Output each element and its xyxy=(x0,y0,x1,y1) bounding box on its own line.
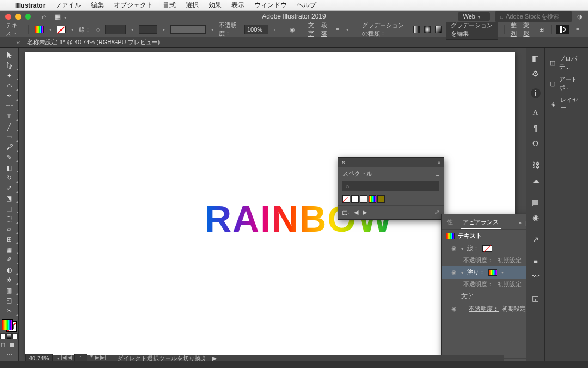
swatch-search[interactable]: ⌕ xyxy=(342,181,439,191)
expand-caret-icon[interactable]: ▾ xyxy=(461,270,464,275)
eyedropper-tool[interactable]: ✐ xyxy=(0,255,19,265)
appearance-bottom-opacity-row[interactable]: ◉ 不透明度： 初期設定 xyxy=(442,303,526,315)
swatches-panel-icon[interactable]: ▦ xyxy=(528,195,543,209)
menu-window[interactable]: ウィンドウ xyxy=(254,1,287,10)
status-next-icon[interactable]: ▶ xyxy=(212,355,217,362)
edit-toolbar[interactable]: ⋯ xyxy=(0,349,19,359)
edit-gradient-button[interactable]: グラデーションを編集 xyxy=(446,19,498,40)
stroke-opacity-row[interactable]: 不透明度： 初期設定 xyxy=(442,255,526,266)
color-mode-none[interactable] xyxy=(12,333,18,339)
stroke-weight-input[interactable] xyxy=(105,25,126,34)
swatch-none[interactable] xyxy=(342,195,350,203)
menu-file[interactable]: ファイル xyxy=(55,1,81,10)
width-tool[interactable]: ⬔ xyxy=(0,194,19,204)
menu-object[interactable]: オブジェクト xyxy=(114,1,153,10)
visibility-icon[interactable]: ◉ xyxy=(451,269,458,276)
gear-icon[interactable]: ⚙ xyxy=(528,67,543,81)
fill-swatch[interactable] xyxy=(35,26,44,33)
asset-export-icon[interactable]: ◲ xyxy=(528,291,543,305)
shaper-tool[interactable]: ✎ xyxy=(0,153,19,163)
hidden-tab[interactable]: 性 xyxy=(445,216,455,229)
artboard-tool[interactable]: ◰ xyxy=(0,295,19,306)
opacity-caret[interactable]: › xyxy=(273,27,277,32)
duplicate-icon[interactable]: ⎘ xyxy=(518,361,522,361)
swatch-library-icon[interactable]: 🕮. xyxy=(342,209,350,215)
transform-panel-link[interactable]: 変形 xyxy=(523,21,532,38)
fill-opacity-row[interactable]: 不透明度： 初期設定 xyxy=(442,279,526,290)
swatch-next-icon[interactable]: ▶ xyxy=(363,209,367,216)
stroke-weight-caret[interactable]: ◇ xyxy=(95,27,101,32)
workspace-switcher[interactable]: Web ▾ xyxy=(458,12,490,21)
fill-color[interactable] xyxy=(2,319,13,330)
opacity-input[interactable] xyxy=(244,25,268,34)
isolate-icon[interactable]: ⊞ xyxy=(536,25,546,34)
symbols-panel-icon[interactable]: ↗ xyxy=(528,232,543,246)
expand-caret-icon[interactable]: ▾ xyxy=(461,246,464,251)
arrange-documents-button[interactable]: ▦ ▾ xyxy=(54,13,68,21)
panel-close-icon[interactable]: ✕ xyxy=(341,160,346,165)
swatch-white[interactable] xyxy=(360,195,367,203)
artboard-panel-item[interactable]: ▢ アートボ... xyxy=(545,73,588,94)
app-menu[interactable]: Illustrator xyxy=(15,2,45,9)
zoom-level[interactable]: 40.74% xyxy=(25,354,53,361)
artboard-next-icon[interactable]: ▶ xyxy=(95,354,99,361)
direct-selection-tool[interactable] xyxy=(0,61,19,71)
color-guide-icon[interactable]: ◉ xyxy=(528,210,543,225)
panel-menu-icon[interactable]: ≡ xyxy=(573,25,583,34)
swatch-olive[interactable] xyxy=(377,195,385,203)
info-icon[interactable]: i xyxy=(531,88,541,98)
fill-rainbow-swatch[interactable] xyxy=(488,269,497,276)
cc-libraries-icon[interactable]: ☁ xyxy=(528,173,543,188)
panel-collapse-icon[interactable]: » xyxy=(519,220,522,226)
draw-normal[interactable]: ◻ xyxy=(1,341,9,349)
lasso-tool[interactable]: ◠ xyxy=(0,81,19,91)
document-tab[interactable]: 名称未設定-1* @ 40.74% (RGB/GPU プレビュー) xyxy=(23,38,164,46)
slice-tool[interactable]: ✂ xyxy=(0,306,19,316)
eraser-tool[interactable]: ◧ xyxy=(0,162,19,173)
brushes-panel-icon[interactable]: 〰 xyxy=(528,269,543,283)
type-tool[interactable]: T xyxy=(0,112,19,122)
appearance-panel[interactable]: 性 アピアランス » | ≡ テキスト ◉ ▾ 線： 不透明度： 初期設 xyxy=(441,214,526,361)
character-panel-link[interactable]: 文字 xyxy=(308,21,317,38)
window-close[interactable] xyxy=(5,14,11,20)
color-mode-gradient[interactable] xyxy=(6,333,12,339)
menu-select[interactable]: 選択 xyxy=(186,1,199,10)
magic-wand-tool[interactable]: ✦ xyxy=(0,71,19,81)
linear-gradient-button[interactable] xyxy=(413,26,420,33)
recolor-artwork-icon[interactable]: ◉ xyxy=(289,25,296,34)
brush-picker[interactable] xyxy=(139,25,158,34)
line-tool[interactable]: ╱ xyxy=(0,122,19,132)
artboard-last-icon[interactable]: ▶| xyxy=(100,354,106,361)
artboard-first-icon[interactable]: |◀ xyxy=(60,354,66,361)
canvas[interactable]: RAINBOW ✕ « スペクトル ≡ ⌕ 🕮. xyxy=(19,48,526,361)
fill-stroke-control[interactable] xyxy=(2,319,17,333)
swatch-registration[interactable] xyxy=(351,195,359,203)
align-panel-link[interactable]: 整列 xyxy=(511,21,519,38)
tab-close[interactable]: × xyxy=(16,39,20,46)
appearance-tab[interactable]: アピアランス xyxy=(461,216,501,229)
paragraph-panel-link[interactable]: 段落 xyxy=(321,21,330,38)
radial-gradient-button[interactable] xyxy=(424,26,431,33)
adobe-stock-search[interactable]: ⌕ Adobe Stock を検索 xyxy=(495,11,572,22)
appearance-stroke-row[interactable]: ◉ ▾ 線： xyxy=(442,242,526,255)
blend-tool[interactable]: ◐ xyxy=(0,265,19,275)
perspective-tool[interactable]: ▱ xyxy=(0,224,19,234)
menu-type[interactable]: 書式 xyxy=(163,1,176,10)
mesh-tool[interactable]: ⊞ xyxy=(0,234,19,245)
clear-appearance-icon[interactable]: ⊘ xyxy=(509,361,513,361)
menu-edit[interactable]: 編集 xyxy=(91,1,104,10)
panel-collapse-icon[interactable]: « xyxy=(438,160,440,165)
essentials-icon[interactable] xyxy=(556,25,569,34)
home-button[interactable]: ⌂ xyxy=(42,12,46,21)
pen-tool[interactable]: ✒ xyxy=(0,91,19,101)
appearance-fill-row[interactable]: ◉ ▾ 塗り： ▾ xyxy=(442,266,526,279)
free-transform-tool[interactable]: ◫ xyxy=(0,203,19,214)
cloud-status-icon[interactable]: ◑ xyxy=(577,13,583,20)
selection-tool[interactable] xyxy=(0,50,19,61)
swatch-prev-icon[interactable]: ◀ xyxy=(354,209,358,216)
color-mode-solid[interactable] xyxy=(0,333,6,339)
color-panel-icon[interactable]: ◧ xyxy=(528,51,543,65)
opentype-panel-icon[interactable]: O xyxy=(528,136,543,150)
menu-view[interactable]: 表示 xyxy=(231,1,244,10)
stroke-none-swatch[interactable] xyxy=(482,245,492,252)
